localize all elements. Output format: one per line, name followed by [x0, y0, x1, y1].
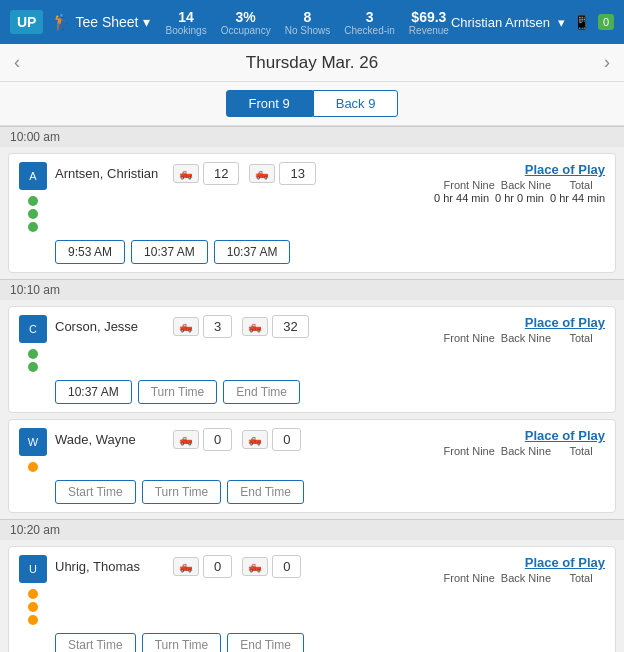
up-logo[interactable]: UP — [10, 10, 43, 34]
top-navigation: UP 🏌 Tee Sheet ▾ 14Bookings3%Occupancy8N… — [0, 0, 624, 44]
cart-icon: 🛻 — [173, 164, 199, 183]
time-section-label-0: 10:00 am — [0, 126, 624, 147]
status-dot — [28, 349, 38, 359]
time-buttons-row: Start TimeTurn TimeEnd Time — [55, 633, 605, 652]
cart-count[interactable]: 3 — [203, 315, 232, 338]
cart-count[interactable]: 12 — [203, 162, 239, 185]
pop-header: Total — [557, 332, 605, 344]
pop-value: 0 hr 44 min — [550, 192, 605, 204]
player-avatar[interactable]: U — [19, 555, 47, 583]
nav-stats: 14Bookings3%Occupancy8No Shows3Checked-i… — [166, 9, 451, 36]
pop-header: Front Nine — [444, 179, 495, 191]
status-dot — [28, 196, 38, 206]
status-dot — [28, 615, 38, 625]
place-of-play: Place of PlayFront NineBack NineTotal — [444, 555, 606, 584]
card-top-row: WWade, Wayne🛻0🛻0Place of PlayFront NineB… — [19, 428, 605, 472]
time-button-2[interactable]: End Time — [223, 380, 300, 404]
status-dot — [28, 222, 38, 232]
pop-header: Back Nine — [501, 572, 551, 584]
pop-value: 0 hr 44 min — [434, 192, 489, 204]
tee-card: AArntsen, Christian🛻12🛻13Place of PlayFr… — [8, 153, 616, 273]
pop-header: Front Nine — [444, 332, 495, 344]
nav-stat-checked-in: 3Checked-in — [344, 9, 395, 36]
user-menu[interactable]: Christian Arntsen ▾ 📱 0 — [451, 14, 614, 30]
pop-header: Total — [557, 445, 605, 457]
phone-icon: 📱 — [573, 14, 590, 30]
pop-header: Front Nine — [444, 445, 495, 457]
tee-card: CCorson, Jesse🛻3🛻32Place of PlayFront Ni… — [8, 306, 616, 413]
notification-badge[interactable]: 0 — [598, 14, 614, 30]
player-avatar[interactable]: A — [19, 162, 47, 190]
time-buttons-row: Start TimeTurn TimeEnd Time — [55, 480, 605, 504]
time-button-0[interactable]: 10:37 AM — [55, 380, 132, 404]
cart-icon: 🛻 — [242, 317, 268, 336]
time-button-1[interactable]: Turn Time — [142, 480, 222, 504]
place-of-play-title[interactable]: Place of Play — [444, 315, 606, 330]
cart-group-0: 🛻0 — [173, 555, 232, 578]
course-tabs: Front 9Back 9 — [0, 82, 624, 126]
cart-count[interactable]: 32 — [272, 315, 308, 338]
place-of-play-title[interactable]: Place of Play — [444, 428, 606, 443]
time-button-0[interactable]: Start Time — [55, 480, 136, 504]
tab-front-9[interactable]: Front 9 — [226, 90, 313, 117]
nav-stat-revenue: $69.3Revenue — [409, 9, 449, 36]
date-navigation: ‹ Thursday Mar. 26 › — [0, 44, 624, 82]
cart-count[interactable]: 0 — [272, 428, 301, 451]
tab-back-9[interactable]: Back 9 — [313, 90, 399, 117]
card-top-row: AArntsen, Christian🛻12🛻13Place of PlayFr… — [19, 162, 605, 232]
place-of-play: Place of PlayFront NineBack NineTotal0 h… — [434, 162, 605, 204]
date-title: Thursday Mar. 26 — [246, 53, 378, 73]
card-top-row: UUhrig, Thomas🛻0🛻0Place of PlayFront Nin… — [19, 555, 605, 625]
card-top-row: CCorson, Jesse🛻3🛻32Place of PlayFront Ni… — [19, 315, 605, 372]
cart-group-0: 🛻0 — [173, 428, 232, 451]
status-dot — [28, 462, 38, 472]
module-label[interactable]: Tee Sheet ▾ — [75, 14, 149, 30]
tee-card: WWade, Wayne🛻0🛻0Place of PlayFront NineB… — [8, 419, 616, 513]
cart-icon: 🛻 — [173, 317, 199, 336]
time-buttons-row: 9:53 AM10:37 AM10:37 AM — [55, 240, 605, 264]
status-dot — [28, 602, 38, 612]
pop-value: 0 hr 0 min — [495, 192, 544, 204]
next-date-button[interactable]: › — [604, 52, 610, 73]
place-of-play: Place of PlayFront NineBack NineTotal — [444, 428, 606, 457]
cart-icon: 🛻 — [173, 430, 199, 449]
tee-sheet-content: 10:00 amAArntsen, Christian🛻12🛻13Place o… — [0, 126, 624, 652]
player-avatar[interactable]: W — [19, 428, 47, 456]
cart-count[interactable]: 0 — [272, 555, 301, 578]
nav-stat-no-shows: 8No Shows — [285, 9, 331, 36]
time-button-2[interactable]: End Time — [227, 480, 304, 504]
place-of-play-title[interactable]: Place of Play — [434, 162, 605, 177]
time-button-2[interactable]: 10:37 AM — [214, 240, 291, 264]
status-dot — [28, 589, 38, 599]
time-button-1[interactable]: 10:37 AM — [131, 240, 208, 264]
time-button-1[interactable]: Turn Time — [142, 633, 222, 652]
time-button-0[interactable]: 9:53 AM — [55, 240, 125, 264]
cart-group-1: 🛻0 — [242, 555, 301, 578]
player-avatar[interactable]: C — [19, 315, 47, 343]
time-button-1[interactable]: Turn Time — [138, 380, 218, 404]
user-name: Christian Arntsen — [451, 15, 550, 30]
cart-count[interactable]: 0 — [203, 555, 232, 578]
cart-group-0: 🛻3 — [173, 315, 232, 338]
pop-header: Back Nine — [501, 179, 551, 191]
cart-group-1: 🛻32 — [242, 315, 308, 338]
pop-header: Front Nine — [444, 572, 495, 584]
cart-group-0: 🛻12 — [173, 162, 239, 185]
place-of-play: Place of PlayFront NineBack NineTotal — [444, 315, 606, 344]
player-name: Corson, Jesse — [55, 315, 165, 334]
cart-count[interactable]: 13 — [279, 162, 315, 185]
pop-header: Total — [557, 572, 605, 584]
status-dot — [28, 209, 38, 219]
place-of-play-title[interactable]: Place of Play — [444, 555, 606, 570]
time-section-label-2: 10:20 am — [0, 519, 624, 540]
status-dot — [28, 362, 38, 372]
cart-group-1: 🛻13 — [249, 162, 315, 185]
cart-count[interactable]: 0 — [203, 428, 232, 451]
time-button-0[interactable]: Start Time — [55, 633, 136, 652]
nav-stat-bookings: 14Bookings — [166, 9, 207, 36]
prev-date-button[interactable]: ‹ — [14, 52, 20, 73]
time-button-2[interactable]: End Time — [227, 633, 304, 652]
nav-stat-occupancy: 3%Occupancy — [221, 9, 271, 36]
cart-icon: 🛻 — [173, 557, 199, 576]
module-icon: 🏌 — [51, 13, 71, 32]
